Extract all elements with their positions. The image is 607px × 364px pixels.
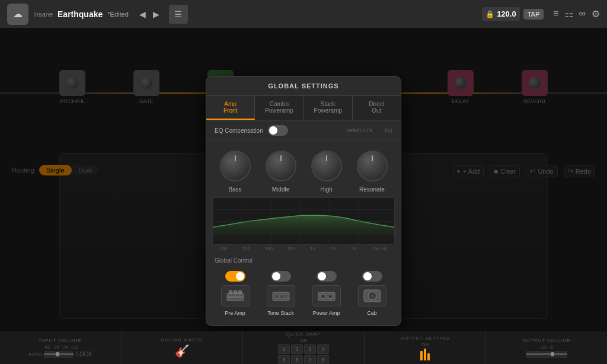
eq-comp-toggle[interactable] xyxy=(268,125,288,136)
input-volume-controls: -42 -36 -24 -12 xyxy=(43,344,78,350)
global-toggles-row: Pre Amp Tone Stack xyxy=(206,266,401,325)
quick-snap-section: QUICK SNAP ON 1 2 3 4 5 6 7 8 xyxy=(243,331,365,364)
settings-icon[interactable]: ⚙ xyxy=(592,8,600,20)
svg-rect-14 xyxy=(275,295,279,298)
prev-arrow[interactable]: ◀ xyxy=(137,8,148,20)
snap-btn-7[interactable]: 7 xyxy=(304,355,316,365)
freq-5k: 5K xyxy=(352,246,357,251)
power-amp-svg xyxy=(317,289,336,303)
pre-amp-label: Pre Amp xyxy=(225,310,245,316)
preset-edited: *Edited xyxy=(107,11,128,18)
quick-snap-buttons-2: 5 6 7 8 xyxy=(278,355,329,365)
global-item-power-amp: Power Amp xyxy=(312,271,341,316)
eq-icon[interactable]: ⚏ xyxy=(565,8,573,20)
cab-label: Cab xyxy=(367,310,377,316)
freq-1k: 1K xyxy=(310,246,316,251)
lock-label: LOCK xyxy=(76,351,92,357)
eq-graph xyxy=(212,197,395,245)
next-arrow[interactable]: ▶ xyxy=(151,8,162,20)
power-amp-label: Power Amp xyxy=(312,310,340,316)
eq-mini-labels: Select ETK EQ xyxy=(346,127,392,133)
quick-snap-label: QUICK SNAP xyxy=(286,331,321,337)
top-icons: ≡ ⚏ ∞ ⚙ xyxy=(553,8,600,20)
output-volume-slider[interactable] xyxy=(526,351,567,358)
middle-knob[interactable] xyxy=(266,151,296,181)
snap-btn-5[interactable]: 5 xyxy=(278,355,290,365)
global-control-label: Global Control xyxy=(206,253,401,266)
input-volume-slider-row: AUTO LOCK xyxy=(28,351,92,358)
high-knob[interactable] xyxy=(311,151,342,181)
output-volume-controls: -13 -6 xyxy=(540,344,554,350)
high-knob-item: High xyxy=(311,151,342,193)
power-amp-toggle[interactable] xyxy=(317,271,337,282)
snap-btn-4[interactable]: 4 xyxy=(317,344,329,354)
tab-amp-front[interactable]: AmpFront xyxy=(206,96,255,120)
tone-stack-toggle[interactable] xyxy=(271,271,291,282)
freq-500: 500 xyxy=(287,246,295,251)
bpm-value: 120.0 xyxy=(497,9,516,18)
tap-button[interactable]: TAP xyxy=(523,9,544,20)
eq-select-label: Select ETK xyxy=(346,127,373,133)
input-volume-slider[interactable] xyxy=(44,351,74,358)
svg-point-9 xyxy=(229,290,232,294)
tab-direct-out[interactable]: DirectOut xyxy=(353,96,401,120)
modal-title: GLOBAL SETTINGS xyxy=(206,76,401,96)
tab-stack-poweramp[interactable]: StackPoweramp xyxy=(304,96,353,120)
output-setting-section: OUTPUT SETTING ON xyxy=(365,331,486,364)
output-setting-label: OUTPUT SETTING xyxy=(400,336,450,341)
middle-knob-label: Middle xyxy=(272,186,289,193)
menu-icon: ☰ xyxy=(174,9,182,19)
snap-on-label: ON xyxy=(300,338,307,343)
bar-3 xyxy=(427,353,430,360)
snap-btn-6[interactable]: 6 xyxy=(291,355,303,365)
guitar-match-section: GUITAR MATCH 🎸 xyxy=(122,331,243,364)
global-settings-modal: GLOBAL SETTINGS AmpFront ComboPoweramp S… xyxy=(206,76,401,326)
eq-comp-row: EQ Compensation Select ETK EQ xyxy=(206,120,401,141)
svg-point-10 xyxy=(234,290,237,294)
list-icon[interactable]: ≡ xyxy=(553,8,558,20)
svg-rect-16 xyxy=(285,295,287,298)
tone-stack-svg xyxy=(271,289,290,303)
svg-point-11 xyxy=(238,290,242,294)
guitar-icon[interactable]: 🎸 xyxy=(175,344,190,358)
freq-2k: 2K xyxy=(331,246,337,251)
snap-btn-1[interactable]: 1 xyxy=(278,344,290,354)
cloud-button[interactable]: ☁ xyxy=(7,4,28,25)
cab-toggle[interactable] xyxy=(362,271,382,282)
nav-arrows: ◀ ▶ xyxy=(137,8,162,20)
menu-button[interactable]: ☰ xyxy=(169,5,188,24)
modal-tabs: AmpFront ComboPoweramp StackPoweramp Dir… xyxy=(206,96,401,120)
tab-combo-poweramp[interactable]: ComboPoweramp xyxy=(255,96,304,120)
freq-200: 200 xyxy=(242,246,250,251)
tone-stack-label: Tone Stack xyxy=(267,310,294,316)
eq-freq-labels: 100 200 300 500 1K 2K 5K 10K Hz xyxy=(206,245,401,253)
cab-icon xyxy=(358,285,386,306)
eq-comp-label: EQ Compensation xyxy=(215,127,263,134)
resonate-knob[interactable] xyxy=(357,151,388,181)
guitar-match-label: GUITAR MATCH xyxy=(161,337,203,343)
output-slider-handle[interactable] xyxy=(551,352,554,356)
bass-knob-label: Bass xyxy=(228,186,241,193)
middle-knob-item: Middle xyxy=(266,151,296,193)
bar-2 xyxy=(424,349,426,360)
bass-knob-item: Bass xyxy=(220,151,251,193)
svg-rect-15 xyxy=(280,295,283,298)
input-volume-label: INPUT VOLUME xyxy=(39,338,82,343)
freq-300: 300 xyxy=(265,246,273,251)
input-slider-handle[interactable] xyxy=(56,352,59,356)
output-bars xyxy=(420,349,430,360)
preset-name: Earthquake xyxy=(57,9,103,19)
bpm-area: 🔒 120.0 TAP xyxy=(482,7,544,21)
freq-10k: 10K Hz xyxy=(372,246,387,251)
pre-amp-svg xyxy=(226,289,245,303)
bass-knob[interactable] xyxy=(220,151,251,181)
loop-icon[interactable]: ∞ xyxy=(579,8,586,20)
snap-btn-3[interactable]: 3 xyxy=(304,344,316,354)
preset-label: Insane xyxy=(33,11,53,18)
snap-btn-2[interactable]: 2 xyxy=(291,344,303,354)
snap-btn-8[interactable]: 8 xyxy=(317,355,329,365)
tone-stack-icon xyxy=(267,285,295,306)
svg-point-25 xyxy=(371,295,373,297)
global-item-tone-stack: Tone Stack xyxy=(267,271,295,316)
pre-amp-toggle[interactable] xyxy=(225,271,245,282)
